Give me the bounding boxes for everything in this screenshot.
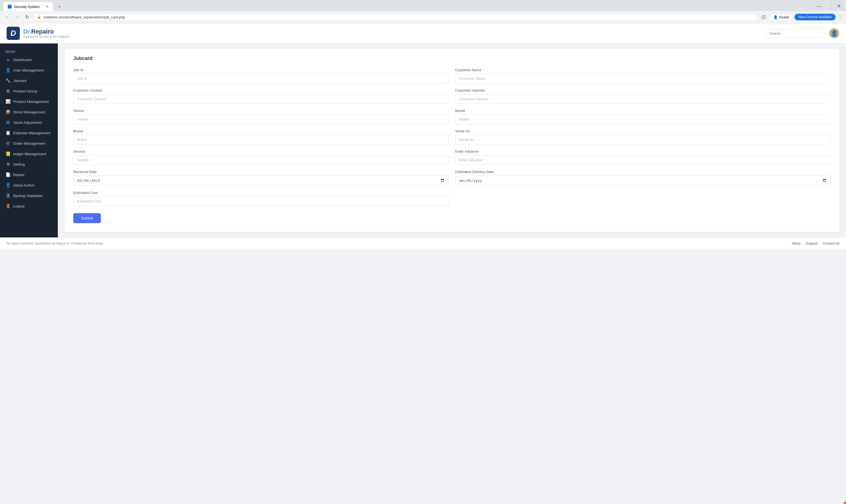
- browser-menu-button[interactable]: ⋮: [838, 14, 843, 20]
- close-window-button[interactable]: ✕: [835, 2, 843, 10]
- estimated-cost-input[interactable]: [73, 196, 449, 206]
- footer-link-support[interactable]: Support: [806, 241, 818, 246]
- form-group-service: Service: [73, 149, 449, 165]
- sidebar-item-logout[interactable]: 🚪 Logout: [0, 201, 58, 211]
- estimate-management-icon: 📋: [5, 130, 11, 136]
- sidebar-item-setting[interactable]: ⚙ Setting ›: [0, 159, 58, 169]
- form-group-model: Model: [455, 109, 831, 124]
- search-input[interactable]: [765, 29, 826, 38]
- active-tab[interactable]: Security System ×: [3, 2, 53, 11]
- device-input[interactable]: [73, 114, 449, 124]
- footer-link-about[interactable]: About: [792, 241, 800, 246]
- job-id-input[interactable]: [73, 74, 449, 83]
- tab-favicon: [8, 5, 12, 8]
- logo-text: Dr.Dr.RepairoRepairo REPAIRS SHOP SOFTWA…: [23, 28, 69, 38]
- new-tab-button[interactable]: +: [54, 2, 65, 11]
- extensions-button[interactable]: ⊡: [760, 13, 767, 21]
- form-row-4: Brand Serial No: [73, 129, 831, 144]
- sidebar: MENU ● Dashboard 👤 User Management › 🔧 J…: [0, 43, 58, 237]
- serial-no-input[interactable]: [455, 135, 831, 144]
- close-tab-button[interactable]: ×: [46, 4, 49, 9]
- customer-address-label: Customer Address: [455, 88, 831, 92]
- back-button[interactable]: ←: [3, 13, 11, 21]
- sidebar-item-label: Product Management: [13, 100, 49, 104]
- forward-button[interactable]: →: [13, 13, 21, 21]
- customer-contact-label: Customer Contact: [73, 88, 449, 92]
- sidebar-item-about-author[interactable]: 👤 About Author: [0, 180, 58, 191]
- form-group-customer-address: Customer Address: [455, 88, 831, 104]
- sidebar-item-product-group[interactable]: ⊞ Product Group: [0, 86, 58, 96]
- service-input[interactable]: [73, 155, 449, 165]
- footer-link-contact[interactable]: Contact Us: [823, 241, 840, 246]
- brand-input[interactable]: [73, 135, 449, 144]
- form-group-serial-no: Serial No: [455, 129, 831, 144]
- form-group-brand: Brand: [73, 129, 449, 144]
- product-group-icon: ⊞: [5, 89, 11, 93]
- customer-address-input[interactable]: [455, 94, 831, 104]
- enter-advance-input[interactable]: [455, 155, 831, 165]
- sidebar-item-order-management[interactable]: 🛒 Order Management: [0, 138, 58, 148]
- sidebar-item-product-management[interactable]: 📊 Product Management: [0, 96, 58, 107]
- enter-advance-label: Enter Advance: [455, 149, 831, 154]
- estimated-cost-label: Estimated Cost: [73, 191, 449, 195]
- ledger-management-icon: 📒: [5, 151, 11, 156]
- sidebar-item-estimate-management[interactable]: 📋 Estimate Management: [0, 128, 58, 138]
- estimated-delivery-input[interactable]: [455, 176, 831, 186]
- sidebar-item-stock-management[interactable]: 📦 Stock Management: [0, 107, 58, 117]
- header-right: 👤: [765, 28, 840, 38]
- sidebar-item-label: Product Group: [13, 89, 37, 93]
- new-chrome-button[interactable]: New Chrome available: [794, 14, 835, 20]
- tab-title: Security System: [14, 5, 40, 9]
- profile-button[interactable]: 👤 Guest: [770, 14, 793, 21]
- sidebar-item-label: Stock Adjustment: [13, 121, 42, 125]
- form-group-enter-advance: Enter Advance: [455, 149, 831, 165]
- reload-button[interactable]: ↻: [23, 13, 31, 21]
- customer-name-input[interactable]: [455, 74, 831, 83]
- sidebar-item-label: About Author: [13, 183, 35, 187]
- menu-label: MENU: [0, 48, 58, 54]
- address-bar[interactable]: 🔒 netdemo.cloud/software_repair/admin/jo…: [33, 14, 758, 21]
- maximize-button[interactable]: ⬜: [825, 2, 833, 10]
- form-group-customer-name: Customer Name: [455, 68, 831, 83]
- form-group-customer-contact: Customer Contact: [73, 88, 449, 104]
- form-row-5: Service Enter Advance: [73, 149, 831, 165]
- sidebar-item-jobcard[interactable]: 🔧 Jobcard: [0, 75, 58, 86]
- sidebar-item-user-management[interactable]: 👤 User Management ›: [0, 65, 58, 75]
- minimize-button[interactable]: —: [815, 2, 823, 10]
- app-footer: All rights reserved. Dashboard by Mayuri…: [0, 237, 846, 249]
- submit-button[interactable]: Submit: [73, 213, 101, 223]
- sidebar-item-label: Report: [13, 173, 24, 177]
- model-label: Model: [455, 109, 831, 113]
- sidebar-item-label: Estimate Management: [13, 131, 50, 135]
- received-date-input[interactable]: [73, 176, 449, 186]
- stock-management-icon: 📦: [5, 109, 11, 114]
- content-area: Jobcard Job Id Customer Name Customer Co…: [58, 43, 846, 237]
- form-group-received-date: Recieved Date: [73, 170, 449, 186]
- backup-database-icon: 🗄: [5, 193, 11, 198]
- main-body: MENU ● Dashboard 👤 User Management › 🔧 J…: [0, 43, 846, 237]
- sidebar-item-label: Dashboard: [13, 58, 31, 62]
- avatar[interactable]: 👤: [829, 28, 840, 38]
- user-management-icon: 👤: [5, 68, 11, 73]
- browser-chrome: Security System × + — ⬜ ✕ ← → ↻ 🔒 netdem…: [0, 0, 846, 23]
- customer-contact-input[interactable]: [73, 94, 449, 104]
- sidebar-item-stock-adjustment[interactable]: ⊟ Stock Adjustment: [0, 117, 58, 128]
- form-row-6: Recieved Date Estimated Delivery Date: [73, 170, 831, 186]
- order-management-icon: 🛒: [5, 141, 11, 146]
- sidebar-item-report[interactable]: 📄 Report ›: [0, 169, 58, 180]
- sidebar-item-backup-database[interactable]: 🗄 Backup Database: [0, 191, 58, 201]
- service-label: Service: [73, 149, 449, 154]
- sidebar-item-label: Setting: [13, 162, 25, 166]
- stock-adjustment-icon: ⊟: [5, 120, 11, 125]
- chevron-right-icon: ›: [51, 69, 52, 72]
- model-input[interactable]: [455, 114, 831, 124]
- logo-tagline: REPAIRS SHOP SOFTWARE: [23, 35, 69, 38]
- sidebar-item-ledger-management[interactable]: 📒 ledger Management: [0, 148, 58, 159]
- new-chrome-label: New Chrome available: [798, 15, 832, 19]
- sidebar-item-dashboard[interactable]: ● Dashboard: [0, 54, 58, 65]
- profile-icon: 👤: [773, 15, 778, 19]
- form-row-7: Estimated Cost: [73, 191, 831, 206]
- sidebar-item-label: User Management: [13, 68, 44, 72]
- logo-letter: D: [11, 29, 16, 38]
- profile-label: Guest: [779, 15, 789, 19]
